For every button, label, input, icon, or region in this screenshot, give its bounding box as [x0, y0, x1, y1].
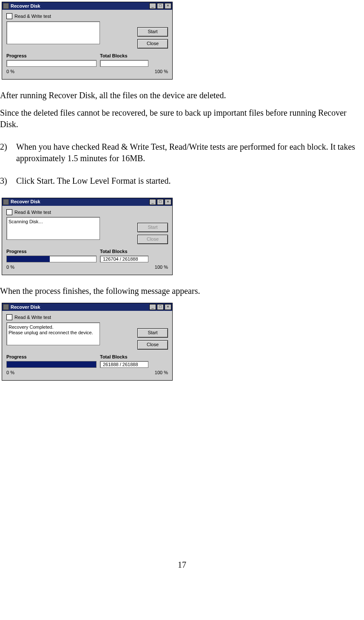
window-title: Recover Disk — [11, 304, 148, 310]
blocks-counter — [100, 60, 148, 67]
titlebar[interactable]: Recover Disk _ □ × — [2, 2, 172, 10]
checkbox-box-icon — [6, 314, 12, 320]
blocks-counter: 261888 / 261888 — [100, 361, 148, 368]
progress-fill — [7, 256, 50, 262]
checkbox-label: Read & Write test — [14, 314, 51, 321]
list-item-2: 2) When you have checked Read & Write Te… — [0, 141, 364, 164]
list-number: 3) — [0, 175, 16, 187]
maximize-button[interactable]: □ — [157, 3, 164, 9]
progress-bar — [6, 361, 97, 368]
total-blocks-label: Total Blocks — [100, 354, 168, 360]
minimize-button[interactable]: _ — [149, 199, 156, 205]
status-box — [6, 21, 100, 44]
close-window-button[interactable]: × — [165, 3, 171, 9]
paragraph: After running Recover Disk, all the file… — [0, 90, 364, 101]
window-title: Recover Disk — [11, 199, 148, 205]
status-text-line2: Please unplug and reconnect the device. — [9, 330, 93, 335]
progress-bar — [6, 60, 97, 67]
read-write-test-checkbox[interactable]: Read & Write test — [6, 13, 168, 20]
start-button[interactable]: Start — [137, 328, 168, 338]
app-icon — [3, 304, 9, 310]
progress-fill — [7, 361, 96, 367]
status-box: Recovery Completed. Please unplug and re… — [6, 322, 100, 345]
start-button[interactable]: Start — [137, 27, 168, 37]
progress-label: Progress — [6, 354, 100, 360]
window-title: Recover Disk — [11, 3, 148, 9]
page-number: 17 — [0, 559, 364, 571]
list-number: 2) — [0, 141, 16, 164]
close-button: Close — [137, 235, 168, 244]
close-window-button[interactable]: × — [165, 199, 171, 205]
close-window-button[interactable]: × — [165, 304, 171, 310]
titlebar[interactable]: Recover Disk _ □ × — [2, 303, 172, 311]
status-text-line1: Recovery Completed. — [9, 324, 54, 330]
read-write-test-checkbox[interactable]: Read & Write test — [6, 209, 168, 216]
app-icon — [3, 199, 9, 205]
progress-label: Progress — [6, 53, 100, 59]
titlebar[interactable]: Recover Disk _ □ × — [2, 198, 172, 206]
checkbox-box-icon — [6, 13, 12, 19]
progress-label: Progress — [6, 248, 100, 255]
start-button: Start — [137, 223, 168, 232]
scale-high: 100 % — [155, 264, 168, 270]
recover-disk-dialog-completed: Recover Disk _ □ × Read & Write test Rec… — [2, 303, 173, 381]
blocks-counter: 126704 / 261888 — [100, 256, 148, 262]
scale-low: 0 % — [6, 264, 15, 270]
read-write-test-checkbox[interactable]: Read & Write test — [6, 314, 168, 321]
scale-high: 100 % — [155, 68, 168, 75]
close-button[interactable]: Close — [137, 39, 168, 48]
checkbox-box-icon — [6, 209, 12, 215]
maximize-button[interactable]: □ — [157, 304, 164, 310]
close-button[interactable]: Close — [137, 340, 168, 350]
list-text: When you have checked Read & Write Test,… — [16, 141, 364, 164]
status-text: Scanning Disk… — [9, 219, 43, 224]
paragraph: Since the deleted files cannot be recove… — [0, 107, 364, 130]
checkbox-label: Read & Write test — [14, 209, 51, 216]
recover-disk-dialog-initial: Recover Disk _ □ × Read & Write test Sta… — [2, 2, 173, 80]
list-text: Click Start. The Low Level Format is sta… — [16, 175, 364, 187]
paragraph: When the process finishes, the following… — [0, 285, 364, 297]
scale-low: 0 % — [6, 68, 15, 75]
app-icon — [3, 3, 9, 9]
status-box: Scanning Disk… — [6, 217, 100, 240]
total-blocks-label: Total Blocks — [100, 248, 168, 255]
total-blocks-label: Total Blocks — [100, 53, 168, 59]
scale-low: 0 % — [6, 370, 15, 376]
minimize-button[interactable]: _ — [149, 304, 156, 310]
scale-high: 100 % — [155, 370, 168, 376]
maximize-button[interactable]: □ — [157, 199, 164, 205]
list-item-3: 3) Click Start. The Low Level Format is … — [0, 175, 364, 187]
recover-disk-dialog-scanning: Recover Disk _ □ × Read & Write test Sca… — [2, 198, 173, 276]
progress-bar — [6, 256, 97, 262]
checkbox-label: Read & Write test — [14, 13, 51, 20]
minimize-button[interactable]: _ — [149, 3, 156, 9]
